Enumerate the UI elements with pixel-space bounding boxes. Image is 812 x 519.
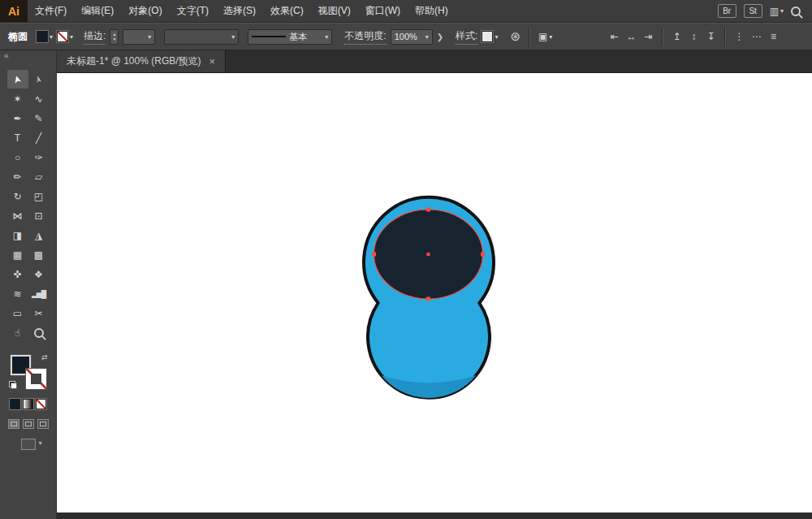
slice-tool[interactable]: ✂ [28,304,50,322]
fill-color-swatch [37,31,48,42]
mesh-tool[interactable]: ▦ [7,245,28,264]
fill-color-dropdown[interactable]: ▾ [37,31,53,42]
anchor-top[interactable] [426,208,430,212]
column-graph-tool[interactable]: ▂▅█ [28,284,50,303]
default-fill-stroke-icon[interactable] [9,381,17,389]
perspective-grid-tool[interactable]: ◮ [28,226,50,244]
draw-inside-button[interactable] [37,419,49,429]
vertical-align-center-button[interactable]: ↕ [686,31,702,42]
brush-name: 基本 [289,31,307,43]
distribute-spacing-button[interactable]: ≡ [766,31,781,42]
vertical-align-top-button[interactable]: ↥ [669,31,685,42]
collapse-panel-icon[interactable]: « [0,50,56,65]
eyedropper-tool[interactable]: ✜ [7,265,28,283]
horizontal-align-right-button[interactable]: ⇥ [641,31,656,42]
default-stroke-mini [11,383,17,389]
menu-view[interactable]: 视图(V) [311,0,358,22]
gradient-tool[interactable]: ▩ [28,245,50,264]
canvas-area[interactable] [57,73,812,513]
opacity-label[interactable]: 不透明度: [344,29,386,45]
ellipse-tool[interactable]: ○ [7,148,28,167]
direct-selection-arrow-icon: ➢ [32,74,45,84]
menu-bar: Ai 文件(F) 编辑(E) 对象(O) 文字(T) 选择(S) 效果(C) 视… [0,0,812,23]
chevron-down-icon: ▾ [425,33,429,41]
magic-wand-tool[interactable]: ✶ [7,89,28,108]
screen-mode-button[interactable] [21,439,36,450]
document-tab-bar: 未标题-1* @ 100% (RGB/预览) × [57,50,812,73]
opacity-flyout-icon[interactable]: ❯ [437,32,443,41]
style-label[interactable]: 样式: [456,29,477,45]
search-icon[interactable] [791,6,801,16]
bridge-button[interactable]: Br [718,4,736,18]
rotate-tool[interactable]: ↻ [7,187,28,205]
menu-type[interactable]: 文字(T) [170,0,216,22]
horizontal-align-center-button[interactable]: ↔ [624,31,639,42]
line-segment-tool[interactable]: ╱ [28,128,50,147]
hand-tool[interactable]: ☝ [7,323,28,342]
horizontal-align-left-button[interactable]: ⇤ [607,31,622,42]
color-button[interactable] [10,399,20,409]
paint-mode-buttons [0,399,56,409]
stroke-swatch[interactable] [26,369,46,389]
stroke-weight-label[interactable]: 描边: [84,29,106,45]
recolor-artwork-icon[interactable]: ⊛ [510,29,520,44]
chevron-down-icon: ▾ [231,33,235,41]
scale-tool[interactable]: ◰ [28,187,50,205]
tools-grid: ➤ ➢ ✶ ∿ ✒ ✎ T ╱ ○ ✑ ✏ ▱ ↻ ◰ ⋈ ⊡ ◨ ◮ ▦ ▩ … [0,70,56,342]
selection-arrow-icon: ➤ [11,74,24,84]
stepper-down-icon: ▼ [112,37,116,41]
menu-file[interactable]: 文件(F) [28,0,74,22]
free-transform-tool[interactable]: ⊡ [28,206,50,225]
menu-help[interactable]: 帮助(H) [408,0,456,22]
draw-normal-button[interactable] [8,419,19,429]
pen-tool[interactable]: ✒ [7,109,28,128]
anchor-right[interactable] [481,253,485,257]
selection-tool[interactable]: ➤ [7,70,28,89]
chevron-down-icon: ▾ [495,33,498,41]
vertical-align-bottom-button[interactable]: ↧ [703,31,719,42]
artboard[interactable] [57,73,812,513]
workspace-switcher[interactable]: ▥ ▾ [770,6,784,17]
lasso-tool[interactable]: ∿ [28,89,50,108]
stroke-weight-select[interactable]: ▾ [123,29,155,45]
pencil-tool[interactable]: ✏ [7,167,28,186]
menu-edit[interactable]: 编辑(E) [74,0,121,22]
chevron-down-icon: ▾ [549,33,552,41]
document-tab[interactable]: 未标题-1* @ 100% (RGB/预览) × [57,50,226,72]
blend-tool[interactable]: ❖ [28,265,50,283]
zoom-tool[interactable] [28,323,50,342]
gradient-button[interactable] [23,399,33,409]
stock-button[interactable]: St [744,4,762,18]
width-tool[interactable]: ⋈ [7,206,28,225]
draw-behind-button[interactable] [23,419,34,429]
opacity-select[interactable]: 100% ▾ [391,29,433,45]
stroke-color-dropdown[interactable]: ▾ [57,31,73,42]
menu-object[interactable]: 对象(O) [121,0,169,22]
width-profile-select[interactable]: ▾ [164,29,239,45]
distribute-vertical-button[interactable]: ⋮ [732,31,747,42]
anchor-bottom[interactable] [426,297,430,301]
eraser-tool[interactable]: ▱ [28,167,50,186]
separator [724,27,726,46]
swap-fill-stroke-icon[interactable]: ⇄ [41,353,48,361]
menu-window[interactable]: 窗口(W) [358,0,408,22]
anchor-center[interactable] [427,253,430,256]
graphic-style-dropdown[interactable]: ▾ [482,31,498,42]
anchor-left[interactable] [372,253,376,257]
type-tool[interactable]: T [7,128,28,147]
paintbrush-tool[interactable]: ✑ [28,148,50,167]
menu-effect[interactable]: 效果(C) [263,0,311,22]
direct-selection-tool[interactable]: ➢ [28,70,50,89]
align-to-dropdown[interactable]: ▣ ▾ [538,31,552,42]
curvature-tool[interactable]: ✎ [28,109,50,128]
stroke-weight-stepper[interactable]: ▲ ▼ [110,29,119,45]
symbol-sprayer-tool[interactable]: ≋ [7,284,28,303]
window-bottom-edge [57,513,812,519]
close-tab-icon[interactable]: × [209,55,216,67]
distribute-horizontal-button[interactable]: ⋯ [749,31,764,42]
shape-builder-tool[interactable]: ◨ [7,226,28,244]
brush-definition-select[interactable]: 基本 ▾ [248,29,332,45]
none-button[interactable] [36,399,46,409]
menu-select[interactable]: 选择(S) [216,0,263,22]
artboard-tool[interactable]: ▭ [7,304,28,322]
